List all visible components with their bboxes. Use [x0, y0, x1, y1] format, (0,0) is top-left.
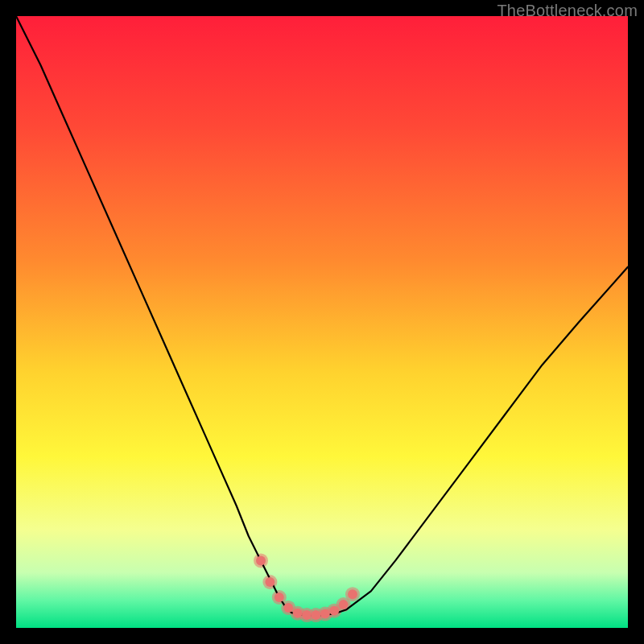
svg-point-16 [302, 610, 312, 620]
chart-frame [16, 16, 628, 628]
gradient-background [16, 16, 628, 628]
svg-point-18 [320, 609, 330, 619]
svg-point-21 [348, 589, 357, 599]
svg-point-12 [265, 577, 275, 587]
svg-point-15 [293, 609, 303, 618]
svg-point-17 [311, 610, 320, 620]
bottleneck-chart [16, 16, 628, 628]
watermark-text: TheBottleneck.com [497, 2, 638, 20]
svg-point-11 [256, 555, 266, 565]
svg-point-13 [275, 592, 284, 602]
svg-point-19 [329, 606, 339, 616]
svg-point-20 [339, 600, 349, 609]
svg-point-14 [283, 603, 293, 613]
